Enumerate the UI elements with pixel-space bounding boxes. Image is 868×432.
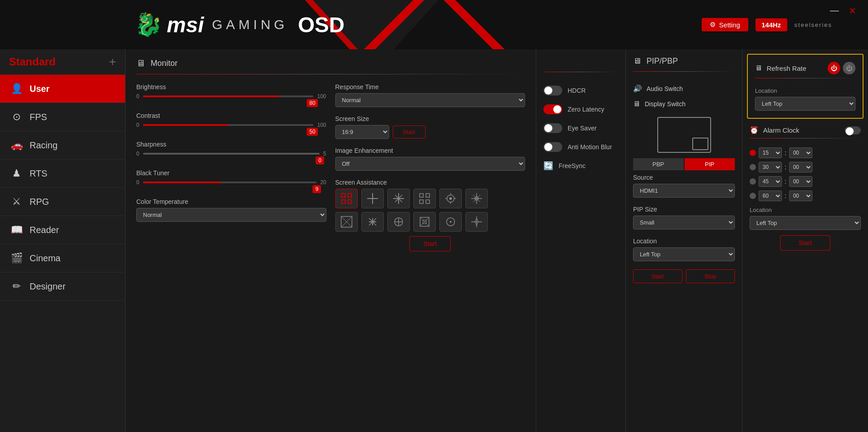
title-bar: 🐉 msi GAMING OSD ⚙ Setting 144Hz steelse… (0, 0, 868, 49)
logo-area: 🐉 msi GAMING OSD (135, 12, 344, 38)
display-switch-row: 🖥 Display Switch (633, 96, 735, 112)
refresh-rate-power-on[interactable]: ⏻ (828, 62, 840, 74)
hdcr-toggle[interactable] (543, 86, 562, 95)
sidebar-item-rpg[interactable]: ⚔ RPG (0, 188, 125, 216)
alarm-clock-toggle[interactable] (845, 126, 861, 134)
hdcr-label: HDCR (568, 87, 586, 94)
screen-assist-start-button[interactable]: Start (409, 236, 451, 251)
close-button[interactable]: ✕ (846, 5, 859, 16)
sidebar-item-user[interactable]: 👤 User (0, 75, 125, 103)
screen-size-select[interactable]: 16:9 4:3 Auto (335, 125, 389, 139)
pbp-tab[interactable]: PBP (633, 158, 684, 170)
alarm-hours-1[interactable]: 30 (759, 162, 782, 173)
alarm-hours-0[interactable]: 15 (759, 147, 782, 158)
alarm-minutes-3[interactable]: 00 (789, 190, 812, 201)
add-profile-button[interactable]: + (109, 55, 116, 69)
sidebar-item-racing[interactable]: 🚗 Racing (0, 131, 125, 160)
alarm-divider (750, 138, 861, 138)
contrast-label: Contrast (136, 112, 326, 119)
refresh-rate-divider (755, 78, 855, 78)
alarm-header: ⏰ Alarm Clock (750, 126, 861, 134)
setting-icon: ⚙ (710, 21, 716, 29)
assist-btn-6[interactable] (335, 212, 358, 232)
refresh-rate-buttons: ⏻ ⏻ (828, 62, 855, 74)
monitor-section: 🖥 Monitor Brightness 0 80 (126, 49, 536, 432)
color-temp-select[interactable]: Normal Warm Cool Custom (136, 208, 326, 222)
alarm-minutes-2[interactable]: 00 (789, 176, 812, 187)
contrast-max: 100 (317, 122, 326, 128)
assist-btn-0[interactable] (335, 189, 358, 208)
hz-button[interactable]: 144Hz (755, 18, 787, 31)
sidebar-item-reader[interactable]: 📖 Reader (0, 216, 125, 244)
sidebar-item-cinema[interactable]: 🎬 Cinema (0, 244, 125, 272)
title-bar-actions: — ✕ (828, 5, 859, 16)
assist-btn-3[interactable] (413, 189, 436, 208)
sidebar-item-rts[interactable]: ♟ RTS (0, 160, 125, 188)
sidebar-label-fps: FPS (30, 112, 47, 122)
toggles-spacer (543, 58, 618, 72)
black-tuner-max: 20 (320, 179, 326, 186)
sidebar-item-fps[interactable]: ⊙ FPS (0, 103, 125, 131)
alarm-row-3: 60 : 00 (750, 190, 861, 201)
image-enhancement-select[interactable]: Off Low Medium High Strongest (335, 157, 525, 171)
pip-location-select[interactable]: Left Top Right Top Left Bottom Right Bot… (633, 247, 735, 261)
contrast-value: 50 (307, 128, 318, 136)
response-time-label: Response Time (335, 83, 525, 91)
alarm-location-select[interactable]: Left Top Right Top Left Bottom Right Bot… (750, 216, 861, 230)
contrast-track[interactable]: 50 (143, 124, 314, 126)
sidebar-item-designer[interactable]: ✏ Designer (0, 272, 125, 301)
pip-stop-button[interactable]: Stop (686, 269, 735, 283)
response-time-select[interactable]: Normal Fast Fastest (335, 93, 525, 107)
screen-size-label: Screen Size (335, 115, 525, 122)
alarm-minutes-0[interactable]: 00 (789, 147, 812, 158)
steelseries-logo: steelseries (794, 22, 832, 28)
zero-latency-toggle[interactable] (543, 104, 562, 114)
svg-rect-2 (342, 194, 345, 197)
logo-gaming: GAMING (212, 17, 288, 32)
pip-start-button[interactable]: Start (633, 269, 682, 283)
assist-btn-1[interactable] (361, 189, 384, 208)
anti-motion-blur-toggle[interactable] (543, 142, 562, 152)
refresh-rate-power-off[interactable]: ⏻ (843, 62, 855, 74)
assist-btn-11[interactable] (465, 212, 488, 232)
refresh-location-select[interactable]: Left Top Right Top Left Bottom Right Bot… (755, 97, 855, 111)
racing-icon: 🚗 (11, 139, 22, 151)
brightness-slider-row: 0 80 100 (136, 93, 326, 99)
black-tuner-track[interactable]: 9 (143, 181, 317, 183)
black-tuner-control: Black Tuner 0 9 20 (136, 169, 326, 186)
assist-btn-9[interactable] (413, 212, 436, 232)
content-area: 🖥 Monitor Brightness 0 80 (126, 49, 868, 432)
assist-btn-5[interactable] (465, 189, 488, 208)
minimize-button[interactable]: — (828, 5, 841, 16)
assist-btn-2[interactable] (387, 189, 410, 208)
sidebar-label-rpg: RPG (30, 197, 49, 207)
alarm-hours-2[interactable]: 45 (759, 176, 782, 187)
alarm-clock-section: ⏰ Alarm Clock 15 : 00 30 : 00 (742, 119, 868, 432)
eye-saver-toggle[interactable] (543, 123, 562, 133)
refresh-rate-icon: 🖥 (755, 64, 762, 72)
alarm-start-button[interactable]: Start (780, 235, 830, 251)
sidebar-label-designer: Designer (30, 281, 65, 292)
assist-btn-8[interactable] (387, 212, 410, 232)
pip-source-control: Source HDMI1 HDMI2 DisplayPort (633, 174, 735, 198)
brightness-value: 80 (307, 99, 318, 107)
pip-tab[interactable]: PIP (685, 158, 735, 170)
alarm-dot-1 (750, 164, 756, 170)
assist-btn-4[interactable] (439, 189, 462, 208)
pip-source-select[interactable]: HDMI1 HDMI2 DisplayPort (633, 184, 735, 198)
sharpness-slider-row: 0 0 5 (136, 151, 326, 157)
hdcr-toggle-row: HDCR (543, 86, 618, 95)
setting-button[interactable]: ⚙ Setting (702, 18, 748, 31)
reader-icon: 📖 (11, 224, 22, 236)
assist-btn-7[interactable] (361, 212, 384, 232)
rts-icon: ♟ (11, 168, 22, 179)
sharpness-track[interactable]: 0 (143, 153, 320, 155)
alarm-hours-3[interactable]: 60 (759, 190, 782, 201)
screen-size-start-button[interactable]: Start (393, 125, 425, 138)
alarm-minutes-1[interactable]: 00 (789, 162, 812, 173)
pip-size-select[interactable]: Small Medium Large (633, 216, 735, 229)
sharpness-control: Sharpness 0 0 5 (136, 141, 326, 157)
brightness-track[interactable]: 80 (143, 95, 314, 97)
assist-btn-10[interactable] (439, 212, 462, 232)
pip-header: 🖥 PIP/PBP (633, 56, 735, 66)
